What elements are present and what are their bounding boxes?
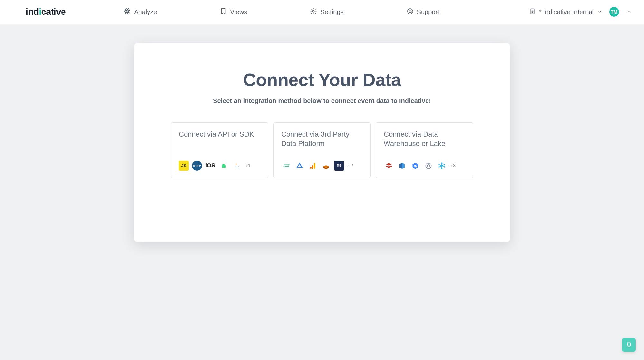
- project-picker[interactable]: * Indicative Internal: [529, 8, 602, 16]
- redshift-icon: [397, 161, 407, 171]
- option-icons: +3: [384, 161, 465, 171]
- java-icon: [232, 161, 242, 171]
- http-icon: HTTP: [192, 161, 202, 171]
- avatar-initials: TM: [611, 9, 617, 14]
- bigquery-icon: [410, 161, 420, 171]
- svg-point-11: [283, 166, 284, 167]
- help-fab[interactable]: [622, 338, 636, 352]
- chevron-down-icon[interactable]: [626, 9, 631, 15]
- option-3rd-party[interactable]: Connect via 3rd Party Data Platform RS: [273, 122, 371, 178]
- nav-views[interactable]: Views: [220, 8, 247, 16]
- nav-settings[interactable]: Settings: [310, 8, 343, 16]
- nav-analyze[interactable]: Analyze: [124, 8, 157, 16]
- page-subtitle: Select an integration method below to co…: [154, 97, 490, 105]
- android-icon: [218, 161, 228, 171]
- atom-icon: [124, 8, 131, 16]
- bookmark-icon: [220, 8, 227, 16]
- topbar: indicative Analyze Views Settings Suppor…: [0, 0, 644, 24]
- project-picker-label: * Indicative Internal: [539, 8, 594, 16]
- svg-point-15: [414, 165, 416, 167]
- svg-point-6: [409, 10, 411, 12]
- page-title: Connect Your Data: [154, 69, 490, 90]
- integration-options: Connect via API or SDK JS HTTP iOS +1 Co…: [154, 122, 490, 178]
- option-title: Connect via Data Warehouse or Lake: [384, 130, 465, 148]
- athena-icon: [423, 161, 433, 171]
- document-icon: [529, 8, 536, 16]
- nav-views-label: Views: [230, 8, 247, 16]
- google-analytics-icon: [308, 161, 318, 171]
- nav-support[interactable]: Support: [407, 8, 439, 16]
- option-icons: JS HTTP iOS +1: [179, 161, 260, 171]
- gear-icon: [310, 8, 317, 16]
- chevron-down-icon: [597, 8, 602, 16]
- nav-analyze-label: Analyze: [134, 8, 157, 16]
- svg-point-14: [310, 167, 312, 169]
- svg-point-9: [224, 166, 225, 166]
- databricks-icon: [384, 161, 394, 171]
- brand-suffix: cative: [41, 7, 66, 17]
- mparticle-icon: [294, 161, 304, 171]
- javascript-icon: JS: [179, 161, 189, 171]
- rudderstack-icon: RS: [334, 161, 344, 171]
- primary-nav: Analyze Views Settings Support: [124, 8, 529, 16]
- snowflake-icon: [437, 161, 447, 171]
- lifebuoy-icon: [407, 8, 414, 16]
- brand-prefix: ind: [26, 7, 39, 17]
- bell-icon: [625, 341, 632, 349]
- option-warehouse[interactable]: Connect via Data Warehouse or Lake: [376, 122, 473, 178]
- svg-point-16: [426, 163, 431, 169]
- nav-support-label: Support: [417, 8, 439, 16]
- main-stage: Connect Your Data Select an integration …: [0, 24, 644, 242]
- svg-point-0: [127, 11, 128, 12]
- brand-logo[interactable]: indicative: [26, 7, 66, 17]
- ios-icon: iOS: [205, 161, 215, 171]
- more-count: +2: [347, 163, 353, 169]
- svg-point-8: [222, 166, 223, 166]
- more-count: +3: [450, 163, 456, 169]
- more-count: +1: [245, 163, 251, 169]
- svg-rect-13: [312, 165, 313, 169]
- svg-point-4: [313, 10, 315, 12]
- brand-dot: i: [39, 7, 41, 17]
- option-title: Connect via API or SDK: [179, 130, 260, 139]
- aws-icon: [321, 161, 331, 171]
- segment-icon: [281, 161, 291, 171]
- avatar[interactable]: TM: [609, 7, 619, 17]
- svg-point-10: [288, 164, 289, 165]
- option-api-sdk[interactable]: Connect via API or SDK JS HTTP iOS +1: [171, 122, 268, 178]
- option-icons: RS +2: [281, 161, 363, 171]
- connect-card: Connect Your Data Select an integration …: [134, 43, 510, 242]
- nav-settings-label: Settings: [320, 8, 343, 16]
- option-title: Connect via 3rd Party Data Platform: [281, 130, 363, 148]
- svg-point-17: [427, 165, 430, 167]
- svg-rect-12: [314, 163, 315, 169]
- topbar-right: * Indicative Internal TM: [529, 7, 631, 17]
